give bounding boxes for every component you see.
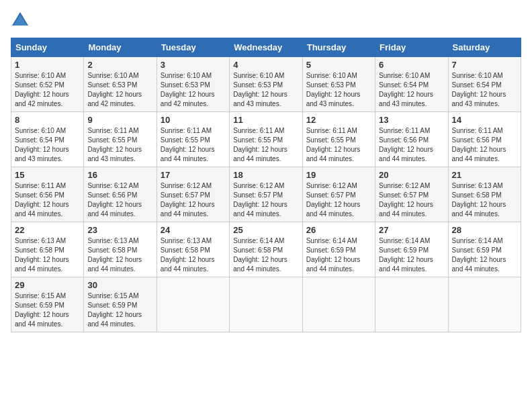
weekday-header-saturday: Saturday [448,38,521,57]
day-info: Sunrise: 6:11 AMSunset: 6:56 PMDaylight:… [452,127,506,163]
calendar-table: SundayMondayTuesdayWednesdayThursdayFrid… [11,38,521,332]
day-number: 20 [379,170,444,180]
calendar-week-4: 22 Sunrise: 6:13 AMSunset: 6:58 PMDaylig… [11,222,521,277]
day-info: Sunrise: 6:10 AMSunset: 6:54 PMDaylight:… [379,72,433,107]
day-info: Sunrise: 6:13 AMSunset: 6:58 PMDaylight:… [452,182,506,218]
calendar-cell: 28 Sunrise: 6:14 AMSunset: 6:59 PMDaylig… [448,222,521,277]
day-info: Sunrise: 6:14 AMSunset: 6:58 PMDaylight:… [233,237,287,273]
day-info: Sunrise: 6:10 AMSunset: 6:54 PMDaylight:… [452,72,506,107]
day-info: Sunrise: 6:11 AMSunset: 6:55 PMDaylight:… [306,127,361,163]
weekday-header-thursday: Thursday [302,38,375,57]
day-info: Sunrise: 6:10 AMSunset: 6:53 PMDaylight:… [306,72,361,107]
day-number: 5 [306,60,371,70]
day-info: Sunrise: 6:10 AMSunset: 6:53 PMDaylight:… [87,72,142,107]
day-number: 16 [87,170,152,180]
calendar-cell: 9 Sunrise: 6:11 AMSunset: 6:55 PMDayligh… [84,112,157,167]
day-number: 19 [306,170,371,180]
calendar-cell [157,277,229,332]
day-number: 9 [87,115,152,125]
calendar-cell: 29 Sunrise: 6:15 AMSunset: 6:59 PMDaylig… [11,277,84,332]
day-number: 11 [233,115,298,125]
calendar-cell: 20 Sunrise: 6:12 AMSunset: 6:57 PMDaylig… [375,167,448,222]
day-number: 25 [233,225,298,235]
day-number: 29 [15,280,80,290]
day-number: 3 [161,60,226,70]
calendar-cell: 12 Sunrise: 6:11 AMSunset: 6:55 PMDaylig… [302,112,375,167]
page-header [11,11,521,30]
day-info: Sunrise: 6:14 AMSunset: 6:59 PMDaylight:… [306,237,361,273]
day-info: Sunrise: 6:14 AMSunset: 6:59 PMDaylight:… [452,237,506,273]
calendar-cell: 13 Sunrise: 6:11 AMSunset: 6:56 PMDaylig… [375,112,448,167]
day-info: Sunrise: 6:13 AMSunset: 6:58 PMDaylight:… [87,237,142,273]
calendar-cell: 16 Sunrise: 6:12 AMSunset: 6:56 PMDaylig… [84,167,157,222]
calendar-cell [448,277,521,332]
calendar-cell: 27 Sunrise: 6:14 AMSunset: 6:59 PMDaylig… [375,222,448,277]
day-number: 28 [452,225,517,235]
day-number: 12 [306,115,371,125]
day-info: Sunrise: 6:10 AMSunset: 6:53 PMDaylight:… [233,72,287,107]
weekday-header-wednesday: Wednesday [230,38,302,57]
weekday-header-row: SundayMondayTuesdayWednesdayThursdayFrid… [11,38,521,57]
calendar-cell: 7 Sunrise: 6:10 AMSunset: 6:54 PMDayligh… [448,57,521,112]
day-number: 23 [87,225,152,235]
calendar-cell: 5 Sunrise: 6:10 AMSunset: 6:53 PMDayligh… [302,57,375,112]
calendar-cell: 30 Sunrise: 6:15 AMSunset: 6:59 PMDaylig… [84,277,157,332]
day-number: 1 [15,60,80,70]
weekday-header-monday: Monday [84,38,157,57]
calendar-cell: 17 Sunrise: 6:12 AMSunset: 6:57 PMDaylig… [157,167,229,222]
calendar-cell: 4 Sunrise: 6:10 AMSunset: 6:53 PMDayligh… [230,57,302,112]
calendar-cell: 18 Sunrise: 6:12 AMSunset: 6:57 PMDaylig… [230,167,302,222]
day-info: Sunrise: 6:12 AMSunset: 6:56 PMDaylight:… [87,182,142,218]
day-number: 26 [306,225,371,235]
day-info: Sunrise: 6:13 AMSunset: 6:58 PMDaylight:… [15,237,69,273]
calendar-cell: 24 Sunrise: 6:13 AMSunset: 6:58 PMDaylig… [157,222,229,277]
day-number: 7 [452,60,517,70]
day-number: 22 [15,225,80,235]
day-info: Sunrise: 6:10 AMSunset: 6:52 PMDaylight:… [15,72,69,107]
day-number: 27 [379,225,444,235]
day-info: Sunrise: 6:11 AMSunset: 6:55 PMDaylight:… [161,127,215,163]
calendar-cell: 19 Sunrise: 6:12 AMSunset: 6:57 PMDaylig… [302,167,375,222]
calendar-cell [302,277,375,332]
calendar-cell: 6 Sunrise: 6:10 AMSunset: 6:54 PMDayligh… [375,57,448,112]
day-number: 8 [15,115,80,125]
calendar-cell: 25 Sunrise: 6:14 AMSunset: 6:58 PMDaylig… [230,222,302,277]
day-number: 24 [161,225,226,235]
calendar-cell [375,277,448,332]
day-info: Sunrise: 6:11 AMSunset: 6:55 PMDaylight:… [233,127,287,163]
calendar-cell: 23 Sunrise: 6:13 AMSunset: 6:58 PMDaylig… [84,222,157,277]
calendar-cell: 15 Sunrise: 6:11 AMSunset: 6:56 PMDaylig… [11,167,84,222]
logo [11,11,32,30]
calendar-cell [230,277,302,332]
day-number: 10 [161,115,226,125]
calendar-cell: 8 Sunrise: 6:10 AMSunset: 6:54 PMDayligh… [11,112,84,167]
weekday-header-sunday: Sunday [11,38,84,57]
day-info: Sunrise: 6:15 AMSunset: 6:59 PMDaylight:… [15,292,69,328]
day-number: 30 [87,280,152,290]
day-info: Sunrise: 6:15 AMSunset: 6:59 PMDaylight:… [87,292,142,328]
weekday-header-friday: Friday [375,38,448,57]
day-info: Sunrise: 6:11 AMSunset: 6:56 PMDaylight:… [379,127,433,163]
calendar-cell: 14 Sunrise: 6:11 AMSunset: 6:56 PMDaylig… [448,112,521,167]
calendar-week-1: 1 Sunrise: 6:10 AMSunset: 6:52 PMDayligh… [11,57,521,112]
calendar-cell: 2 Sunrise: 6:10 AMSunset: 6:53 PMDayligh… [84,57,157,112]
calendar-cell: 1 Sunrise: 6:10 AMSunset: 6:52 PMDayligh… [11,57,84,112]
weekday-header-tuesday: Tuesday [157,38,229,57]
day-number: 14 [452,115,517,125]
day-info: Sunrise: 6:12 AMSunset: 6:57 PMDaylight:… [233,182,287,218]
calendar-cell: 3 Sunrise: 6:10 AMSunset: 6:53 PMDayligh… [157,57,229,112]
day-info: Sunrise: 6:14 AMSunset: 6:59 PMDaylight:… [379,237,433,273]
logo-icon [11,11,30,30]
calendar-cell: 21 Sunrise: 6:13 AMSunset: 6:58 PMDaylig… [448,167,521,222]
calendar-cell: 22 Sunrise: 6:13 AMSunset: 6:58 PMDaylig… [11,222,84,277]
day-number: 15 [15,170,80,180]
calendar-cell: 10 Sunrise: 6:11 AMSunset: 6:55 PMDaylig… [157,112,229,167]
day-info: Sunrise: 6:12 AMSunset: 6:57 PMDaylight:… [306,182,361,218]
day-info: Sunrise: 6:10 AMSunset: 6:54 PMDaylight:… [15,127,69,163]
day-number: 6 [379,60,444,70]
calendar-cell: 26 Sunrise: 6:14 AMSunset: 6:59 PMDaylig… [302,222,375,277]
day-info: Sunrise: 6:12 AMSunset: 6:57 PMDaylight:… [161,182,215,218]
day-number: 13 [379,115,444,125]
calendar-cell: 11 Sunrise: 6:11 AMSunset: 6:55 PMDaylig… [230,112,302,167]
calendar-week-2: 8 Sunrise: 6:10 AMSunset: 6:54 PMDayligh… [11,112,521,167]
